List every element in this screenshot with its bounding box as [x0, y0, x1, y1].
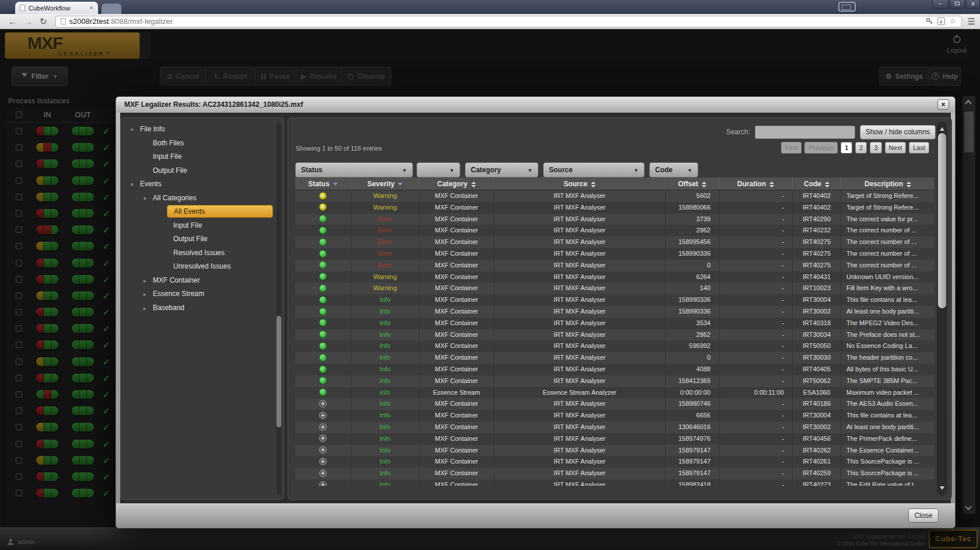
table-row[interactable]: ErrorMXF ContainerIRT MXF Analyser158995… [295, 236, 935, 248]
chevron-down-icon: ▼ [402, 163, 407, 177]
table-row[interactable]: InfoMXF ContainerIRT MXF Analyser4088-IR… [295, 364, 935, 375]
page-button-previous[interactable]: Previous [804, 142, 838, 154]
bookmark-star-icon[interactable]: ☆ [949, 18, 957, 25]
key-icon[interactable] [926, 18, 933, 25]
show-hide-columns-button[interactable]: Show / hide columns [860, 125, 936, 140]
table-row[interactable]: InfoEssence StreamEssence Stream Analyze… [295, 387, 935, 399]
table-row[interactable]: InfoMXF ContainerIRT MXF Analyser1589824… [295, 479, 935, 486]
tree-scrollbar[interactable] [276, 123, 281, 495]
description-cell: This SourcePackage is ... [841, 456, 935, 468]
close-button[interactable]: Close [908, 509, 939, 523]
table-row[interactable]: InfoMXF ContainerIRT MXF Analyser596992-… [295, 340, 935, 352]
page-button-first[interactable]: First [781, 142, 802, 154]
column-header-source[interactable]: Source [494, 177, 666, 190]
table-row[interactable]: InfoMXF ContainerIRT MXF Analyser3534-IR… [295, 318, 935, 329]
browser-menu-icon[interactable]: ☰ [968, 16, 975, 27]
table-row[interactable]: WarningMXF ContainerIRT MXF Analyser140-… [295, 283, 935, 294]
search-input[interactable] [755, 126, 855, 139]
table-row[interactable]: InfoMXF ContainerIRT MXF Analyser1589791… [295, 445, 935, 457]
table-row[interactable]: InfoMXF ContainerIRT MXF Analyser1306460… [295, 422, 935, 433]
tree-item-mxf-container[interactable]: ▸MXF Container [121, 274, 284, 288]
offset-cell: 158990336 [666, 248, 719, 260]
category-cell: MXF Container [419, 422, 494, 433]
filter-select-severity[interactable]: ▼Severity [416, 162, 460, 177]
tree-item-output-file[interactable]: ▾Output File [121, 164, 284, 178]
table-row[interactable]: ErrorMXF ContainerIRT MXF Analyser3739-I… [295, 214, 935, 225]
column-header-status[interactable]: Status [295, 177, 351, 190]
table-row[interactable]: ErrorMXF ContainerIRT MXF Analyser158990… [295, 248, 935, 260]
page-button-2[interactable]: 2 [855, 142, 867, 154]
tree-item-input-file[interactable]: ▾Input File [121, 150, 284, 164]
dialog-close-icon[interactable]: × [937, 99, 949, 110]
table-row[interactable]: InfoMXF ContainerIRT MXF Analyser0-IRT30… [295, 352, 935, 364]
tree-scrollbar-thumb[interactable] [276, 316, 281, 427]
translate-icon[interactable]: a [937, 18, 945, 25]
tree-item-input-file[interactable]: ▾Input File [121, 219, 284, 233]
tree-item-unresolved-issues[interactable]: ▾Unresolved Issues [121, 260, 284, 274]
filter-select-source[interactable]: ▼Source [543, 162, 645, 177]
table-row[interactable]: InfoMXF ContainerIRT MXF Analyser1584123… [295, 375, 935, 387]
table-row[interactable]: InfoMXF ContainerIRT MXF Analyser6656-IR… [295, 410, 935, 422]
column-header-offset[interactable]: Offset [666, 177, 719, 190]
source-cell: IRT MXF Analyser [494, 318, 666, 329]
table-row[interactable]: InfoMXF ContainerIRT MXF Analyser1589807… [295, 398, 935, 410]
column-header-code[interactable]: Code [793, 177, 841, 190]
tree-item-baseband[interactable]: ▸Baseband [121, 301, 284, 315]
forward-button[interactable]: → [24, 16, 33, 27]
scroll-up-icon[interactable] [965, 100, 971, 106]
page-scrollbar[interactable] [963, 96, 975, 514]
scroll-down-icon[interactable] [940, 486, 944, 492]
table-row[interactable]: InfoMXF ContainerIRT MXF Analyser1589791… [295, 468, 935, 479]
tree-item-resolved-issues[interactable]: ▾Resolved Issues [121, 246, 284, 260]
column-header-description[interactable]: Description [841, 177, 935, 190]
filter-select-status[interactable]: ▼Status [295, 162, 413, 177]
page-button-1[interactable]: 1 [841, 142, 852, 154]
table-row[interactable]: WarningMXF ContainerIRT MXF Analyser1589… [295, 202, 935, 214]
code-cell: IRT40275 [793, 248, 841, 260]
tab-stub[interactable] [102, 4, 121, 14]
back-button[interactable]: ← [8, 16, 17, 27]
tree-item-both-files[interactable]: ▾Both Files [121, 137, 284, 151]
table-row[interactable]: WarningMXF ContainerIRT MXF Analyser6264… [295, 271, 935, 283]
table-row[interactable]: InfoMXF ContainerIRT MXF Analyser1589903… [295, 294, 935, 306]
table-scrollbar-thumb[interactable] [938, 133, 946, 308]
column-header-category[interactable]: Category [419, 177, 494, 190]
tree-item-output-file[interactable]: ▾Output File [121, 232, 284, 246]
code-cell: IRT40431 [793, 271, 841, 283]
table-row[interactable]: ErrorMXF ContainerIRT MXF Analyser2862-I… [295, 225, 935, 236]
severity-cell: Info [351, 422, 419, 433]
table-body: WarningMXF ContainerIRT MXF Analyser5602… [295, 190, 935, 486]
tree-item-all-categories[interactable]: ▾All Categories [121, 192, 284, 206]
table-scrollbar[interactable] [937, 121, 947, 496]
window-maximize-button[interactable] [950, 0, 965, 9]
scroll-up-icon[interactable] [940, 125, 944, 131]
table-row[interactable]: InfoMXF ContainerIRT MXF Analyser1589903… [295, 306, 935, 318]
page-button-last[interactable]: Last [909, 142, 929, 154]
column-header-duration[interactable]: Duration [719, 177, 793, 190]
tree-item-file-info[interactable]: ▾File Info [121, 123, 284, 137]
scroll-down-icon[interactable] [965, 503, 971, 510]
tab-close-icon[interactable]: × [90, 5, 93, 11]
browser-tab[interactable]: CubeWorkflow × [15, 2, 98, 14]
reload-button[interactable]: ↻ [40, 16, 47, 27]
page-button-next[interactable]: Next [885, 142, 907, 154]
window-minimize-button[interactable]: – [932, 0, 949, 9]
offset-cell: 0 [666, 260, 719, 271]
table-row[interactable]: InfoMXF ContainerIRT MXF Analyser1589749… [295, 433, 935, 445]
table-row[interactable]: WarningMXF ContainerIRT MXF Analyser5602… [295, 190, 935, 202]
filter-select-category[interactable]: ▼Category [465, 162, 538, 177]
column-header-severity[interactable]: Severity [351, 177, 419, 190]
tree-item-events[interactable]: ▾Events [121, 177, 284, 192]
url-bar[interactable]: s2008r2test :8088/mxf-legalizer a ☆ [55, 16, 962, 27]
window-close-button[interactable]: x [966, 0, 980, 9]
tree-item-essence-stream[interactable]: ▸Essence Stream [121, 287, 284, 301]
table-row[interactable]: ErrorMXF ContainerIRT MXF Analyser0-IRT4… [295, 260, 935, 271]
tree-item-all-events[interactable]: ▾All Events [121, 205, 284, 219]
page-button-3[interactable]: 3 [870, 142, 881, 154]
filter-select-code[interactable]: ▼Code [649, 162, 698, 177]
tree-item-label: All Events [167, 205, 273, 218]
table-header: StatusSeverityCategorySourceOffsetDurati… [295, 177, 935, 190]
table-row[interactable]: InfoMXF ContainerIRT MXF Analyser2862-IR… [295, 329, 935, 341]
page-scrollbar-thumb[interactable] [964, 112, 974, 152]
table-row[interactable]: InfoMXF ContainerIRT MXF Analyser1589791… [295, 456, 935, 468]
